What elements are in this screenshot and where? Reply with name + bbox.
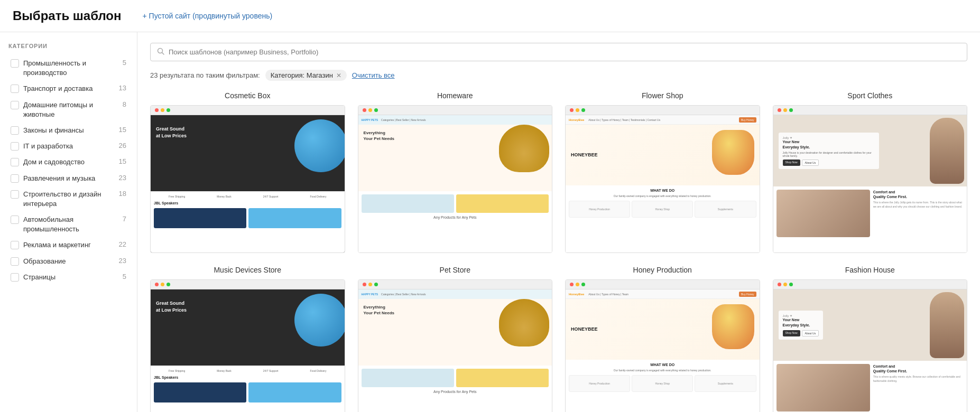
sidebar-label-1: Транспорт и доставка [23, 84, 115, 93]
sidebar-checkbox-7[interactable] [11, 190, 19, 199]
template-card-cosmetic-box[interactable]: Cosmetic Box Great Soundat Low Prices Fr… [150, 91, 345, 253]
template-card-sport-clothes[interactable]: Sport Clothes Jolly ✦ Your NewEveryday S… [773, 91, 968, 253]
honey-hero: HONEYBEE [566, 299, 760, 360]
sport-shop-now-btn[interactable]: Shop Now [783, 160, 800, 166]
sidebar-item-0[interactable]: Промышленность и производство 5 [8, 55, 128, 81]
sidebar-count-11: 5 [123, 273, 126, 280]
sidebar-checkbox-10[interactable] [11, 257, 19, 266]
flower-nav: HoneyBee About Us | Types of Honey | Tea… [566, 115, 760, 125]
sidebar-checkbox-0[interactable] [11, 59, 19, 68]
sidebar-item-7[interactable]: Строительство и дизайн интерьера 18 [8, 186, 128, 212]
sport-bottom-info: Comfort andQuality Come First. This is w… [873, 190, 964, 209]
browser-chrome-6 [358, 280, 552, 289]
homeware-card-row [362, 194, 549, 213]
sidebar-count-3: 15 [119, 126, 126, 134]
dot-green-3 [581, 108, 585, 112]
sidebar-checkbox-1[interactable] [11, 85, 19, 93]
sidebar-item-10[interactable]: Образование 23 [8, 254, 128, 269]
pet-dog-img-2 [499, 299, 549, 347]
sidebar-label-2: Домашние питомцы и животные [23, 100, 118, 119]
template-name-honey-production: Honey Production [633, 266, 692, 274]
sport-brand: Jolly ✦ [783, 136, 875, 139]
fashion-hero: Jolly ✦ Your NewEveryday Style. Shop Now… [773, 289, 967, 361]
page-title: Выбрать шаблон [13, 8, 122, 23]
sidebar-item-8[interactable]: Автомобильная промышленность 7 [8, 212, 128, 237]
promo-light [248, 208, 341, 228]
sidebar-item-6[interactable]: Развлечения и музыка 23 [8, 171, 128, 186]
sidebar-checkbox-4[interactable] [11, 142, 19, 151]
sidebar-checkbox-6[interactable] [11, 174, 19, 183]
browser-chrome-8 [773, 280, 967, 289]
template-name-flower-shop: Flower Shop [642, 91, 683, 100]
sidebar-label-4: IT и разработка [23, 142, 115, 151]
sidebar-item-3[interactable]: Законы и финансы 15 [8, 123, 128, 138]
dot-green-4 [789, 108, 793, 112]
badge-shipping-2: Free Shipping [169, 369, 185, 372]
browser-chrome-5 [151, 280, 345, 289]
honey-prod-card: Honey Production [569, 375, 630, 392]
flower-service-cards: Honey Production Honey Shop Supplements [566, 201, 760, 218]
filter-bar: 23 результата по таким фильтрам: Категор… [150, 70, 967, 81]
sidebar-checkbox-3[interactable] [11, 126, 19, 135]
cosmetic-headphones-img [294, 119, 345, 172]
template-grid: Cosmetic Box Great Soundat Low Prices Fr… [150, 91, 967, 412]
sidebar-count-7: 18 [119, 190, 126, 198]
sidebar-checkbox-9[interactable] [11, 241, 19, 249]
honey-buy-btn[interactable]: Buy Honey [739, 292, 756, 297]
sidebar-item-4[interactable]: IT и разработка 26 [8, 138, 128, 154]
sidebar-count-0: 5 [123, 59, 126, 67]
sidebar-item-2[interactable]: Домашние питомцы и животные 8 [8, 97, 128, 123]
dot-yellow-5 [161, 283, 164, 286]
sidebar-count-6: 23 [119, 174, 126, 182]
homeware-pet-img [499, 125, 549, 172]
sport-btns: Shop Now About Us [783, 160, 875, 166]
flower-honey-jar [712, 130, 754, 175]
template-card-flower-shop[interactable]: Flower Shop HoneyBee About Us | Types of… [565, 91, 760, 253]
honey-cards: Honey Production Honey Shop Supplements [566, 375, 760, 392]
homeware-headline: EverythingYour Pet Needs [364, 130, 395, 142]
template-card-music-devices[interactable]: Music Devices Store Great Soundat Low Pr… [150, 266, 345, 412]
cosmetic-badges: Free Shipping Money Back 24/7 Support Fo… [154, 195, 341, 198]
browser-chrome-2 [358, 106, 552, 115]
music-badges-2: Free Shipping Money Back 24/7 Support Fo… [154, 369, 341, 372]
sport-about-btn[interactable]: About Us [802, 160, 819, 166]
sidebar-item-11[interactable]: Страницы 5 [8, 269, 128, 285]
template-preview-music-devices: Great Soundat Low Prices Free Shipping M… [150, 279, 345, 412]
content-area: 23 результата по таким фильтрам: Категор… [137, 32, 980, 412]
clear-all-link[interactable]: Очистить все [352, 71, 395, 79]
dot-green-5 [167, 283, 170, 286]
dot-yellow-7 [576, 283, 579, 286]
sidebar-item-1[interactable]: Транспорт и доставка 13 [8, 81, 128, 97]
flower-buy-btn[interactable]: Buy Honey [739, 117, 756, 123]
jbl-speakers-2: JBL Speakers [154, 376, 341, 379]
sidebar-checkbox-11[interactable] [11, 273, 19, 282]
honey-brand: HoneyBee [569, 293, 584, 296]
fashion-text-block: Jolly ✦ Your NewEveryday Style. Shop Now… [779, 311, 824, 340]
template-card-homeware[interactable]: Homeware HAPPY PETS Categories | Best Se… [358, 91, 553, 253]
sidebar-item-9[interactable]: Реклама и маркетинг 22 [8, 237, 128, 253]
honey-suppl-card: Supplements [695, 375, 756, 392]
sport-hero: Jolly ✦ Your NewEveryday Style. Jolly Ho… [773, 115, 967, 186]
pet-card-blue-2 [362, 369, 454, 387]
filter-tag-close-icon[interactable]: ✕ [336, 72, 341, 79]
template-card-fashion-house[interactable]: Fashion House Jolly ✦ Your NewEveryday S… [773, 266, 968, 412]
dot-yellow-2 [368, 108, 372, 112]
template-preview-flower-shop: HoneyBee About Us | Types of Honey | Tea… [565, 105, 760, 253]
sidebar-item-5[interactable]: Дом и садоводство 15 [8, 154, 128, 170]
sport-text-block: Jolly ✦ Your NewEveryday Style. Jolly Ho… [779, 133, 880, 169]
sport-bottom: Comfort andQuality Come First. This is w… [773, 186, 967, 253]
sidebar-label-7: Строительство и дизайн интерьера [23, 190, 115, 209]
honey-shop-card: Honey Shop [632, 375, 693, 392]
sidebar-checkbox-2[interactable] [11, 101, 19, 109]
add-blank-site-link[interactable]: + Пустой сайт (продвинутый уровень) [143, 12, 273, 20]
sidebar-checkbox-8[interactable] [11, 216, 19, 224]
fashion-about-btn[interactable]: About Us [802, 330, 819, 336]
search-input[interactable] [169, 48, 960, 56]
sidebar-checkbox-5[interactable] [11, 158, 19, 166]
dot-yellow-8 [783, 283, 787, 286]
fashion-shop-btn[interactable]: Shop Now [783, 330, 800, 336]
template-name-sport-clothes: Sport Clothes [847, 91, 892, 100]
sidebar-label-10: Образование [23, 257, 115, 266]
template-card-honey-production[interactable]: Honey Production HoneyBee About Us | Typ… [565, 266, 760, 412]
template-card-pet-store[interactable]: Pet Store HAPPY PETS Categories | Best S… [358, 266, 553, 412]
